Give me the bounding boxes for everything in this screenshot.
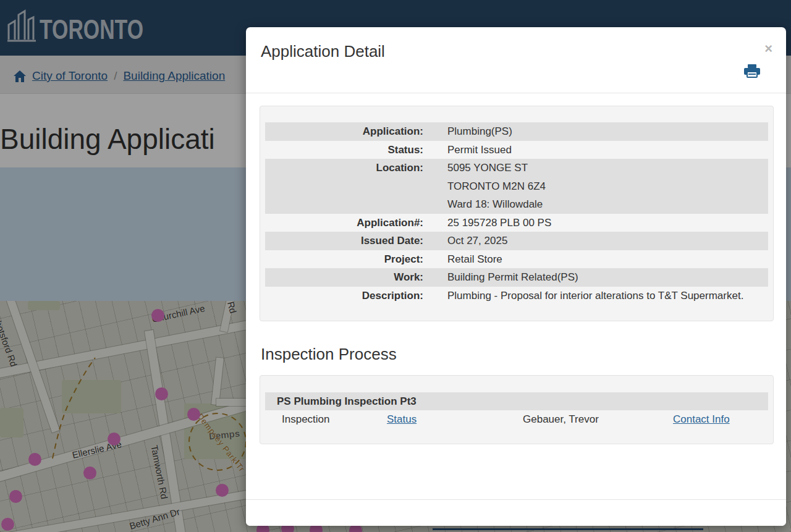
detail-label: Status: (265, 141, 423, 159)
detail-label: Application#: (265, 214, 423, 232)
modal-header: Application Detail × (246, 27, 786, 93)
detail-value: Retail Store (423, 250, 502, 269)
inspection-row: Inspection Status Gebauer, Trevor Contac… (265, 410, 768, 428)
detail-value: Permit Issued (423, 141, 512, 159)
detail-value: Plumbing - Proposal for interior alterat… (423, 287, 743, 305)
page: TORONTO City of Toronto / Building Appli… (0, 0, 791, 532)
detail-row: Status: Permit Issued (265, 141, 768, 159)
detail-value: 5095 YONGE ST TORONTO M2N 6Z4 Ward 18: W… (423, 159, 546, 214)
application-detail-table: Application: Plumbing(PS) Status: Permit… (260, 106, 774, 321)
detail-label: Location: (265, 159, 423, 214)
modal-title: Application Detail (261, 42, 772, 61)
detail-row: Location: 5095 YONGE ST TORONTO M2N 6Z4 … (265, 159, 768, 214)
detail-label: Issued Date: (265, 232, 423, 250)
detail-row: Description: Plumbing - Proposal for int… (265, 287, 768, 305)
modal-footer (246, 499, 786, 526)
detail-row: Application: Plumbing(PS) (265, 122, 768, 141)
close-icon[interactable]: × (764, 42, 772, 56)
detail-value: Building Permit Related(PS) (423, 268, 578, 287)
printer-icon[interactable] (744, 64, 760, 81)
detail-row: Application#: 25 195728 PLB 00 PS (265, 214, 768, 232)
detail-label: Application: (265, 122, 423, 141)
detail-value: 25 195728 PLB 00 PS (423, 214, 551, 232)
detail-row: Project: Retail Store (265, 250, 768, 269)
inspection-type: Inspection (265, 410, 387, 428)
detail-value: Plumbing(PS) (423, 122, 512, 141)
detail-label: Work: (265, 268, 423, 287)
inspection-group-title: PS Plumbing Inspection Pt3 (265, 392, 768, 410)
inspection-status-link[interactable]: Status (387, 413, 417, 425)
inspector-name: Gebauer, Trevor (523, 410, 673, 428)
application-detail-modal: Application Detail × Application: Plumbi… (246, 27, 786, 526)
detail-label: Project: (265, 250, 423, 269)
inspection-panel: PS Plumbing Inspection Pt3 Inspection St… (260, 375, 774, 444)
contact-info-link[interactable]: Contact Info (673, 413, 730, 425)
inspection-process-heading: Inspection Process (261, 345, 774, 364)
detail-value: Oct 27, 2025 (423, 232, 507, 250)
detail-row: Work: Building Permit Related(PS) (265, 268, 768, 287)
detail-row: Issued Date: Oct 27, 2025 (265, 232, 768, 250)
modal-body: Application: Plumbing(PS) Status: Permit… (246, 93, 786, 499)
detail-label: Description: (265, 287, 423, 305)
